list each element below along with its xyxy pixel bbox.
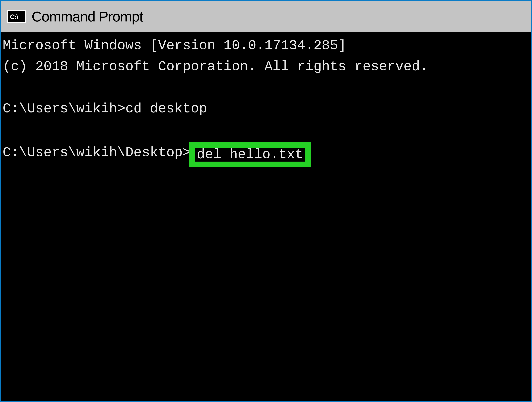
command-line-1: C:\Users\wikih>cd desktop xyxy=(3,98,530,119)
command-prompt-window: C:\ Command Prompt Microsoft Windows [Ve… xyxy=(0,0,532,402)
blank-line-2 xyxy=(3,119,530,140)
banner-line-2: (c) 2018 Microsoft Corporation. All righ… xyxy=(3,56,530,77)
terminal-area[interactable]: Microsoft Windows [Version 10.0.17134.28… xyxy=(1,32,531,401)
cmd-icon: C:\ xyxy=(7,10,25,23)
titlebar[interactable]: C:\ Command Prompt xyxy=(1,1,531,32)
prompt-2: C:\Users\wikih\Desktop> xyxy=(3,145,191,160)
command-1: cd desktop xyxy=(125,101,207,117)
cmd-icon-label: C:\ xyxy=(10,13,18,21)
blank-line xyxy=(3,77,530,98)
highlight-box: del hello.txt xyxy=(189,142,311,167)
banner-line-1: Microsoft Windows [Version 10.0.17134.28… xyxy=(3,35,530,56)
command-line-2: C:\Users\wikih\Desktop>del hello.txt xyxy=(3,140,530,165)
window-title: Command Prompt xyxy=(32,8,143,25)
command-2[interactable]: del hello.txt xyxy=(197,147,303,162)
prompt-1: C:\Users\wikih> xyxy=(3,101,125,117)
